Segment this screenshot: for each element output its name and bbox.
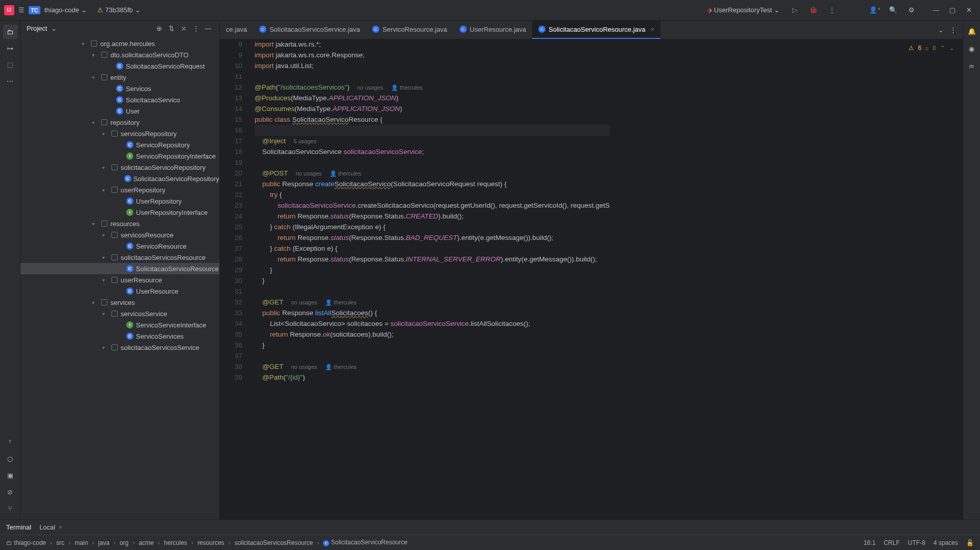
vcs-tool-button[interactable]: ⑂ [3,501,17,515]
ai-assistant-icon[interactable]: ◉ [965,42,978,55]
hide-panel-icon[interactable]: — [203,23,213,33]
notifications-icon[interactable]: 🔔 [965,25,978,38]
problems-tool-button[interactable]: ⊘ [3,485,17,499]
project-panel-title[interactable]: Project [27,25,47,32]
maximize-button[interactable]: ▢ [945,3,960,17]
tree-item[interactable]: ▾solicitacaoServicoRepository [20,162,219,173]
editor-tab[interactable]: ce.java [220,20,253,39]
readonly-lock-icon[interactable]: 🔓 [966,539,974,546]
avatar-badge[interactable]: TC [29,6,40,14]
endpoints-tool-button[interactable]: ᵀ [3,435,17,450]
project-tool-button[interactable]: 🗀 [3,25,17,39]
line-separator[interactable]: CRLF [884,539,900,546]
close-icon[interactable]: × [58,523,62,531]
tree-item[interactable]: ▾userRepository [20,184,219,195]
tree-item[interactable]: ▾services [20,297,219,308]
tree-item[interactable]: CSolicitacaoServicoRequest [20,60,219,72]
tree-item[interactable]: ▾servicosService [20,308,219,319]
more-actions-icon[interactable]: ⋮ [825,3,839,17]
breadcrumb-item[interactable]: 🗀 thiago-code [6,539,46,546]
code-with-me-icon[interactable]: 👤⁺ [868,3,882,17]
settings-icon[interactable]: ⚙ [904,3,919,17]
run-configuration-dropdown[interactable]: ⬗ UserRepositoryTest⌄ [703,4,784,16]
tree-item[interactable]: ▾org.acme.hercules [20,38,219,49]
debug-button[interactable]: 🐞 [806,3,821,17]
editor-tab[interactable]: CSolicitacaoServicoService.java [253,20,366,39]
project-tree[interactable]: ▾org.acme.hercules▾dto.solicitacaoServic… [20,36,219,519]
collapse-all-icon[interactable]: ⤫ [178,23,189,33]
tree-item[interactable]: CSolicitacaoServicoRepository [20,173,219,184]
file-encoding[interactable]: UTF-8 [908,539,925,546]
services-tool-button[interactable]: ⬡ [3,452,17,466]
tree-item[interactable]: ▾servicosRepository [20,128,219,139]
tree-item[interactable]: ▾resources [20,218,219,229]
next-highlight-icon[interactable]: ⌄ [949,43,954,54]
tree-item[interactable]: ▾solicitacaoServicosResource [20,252,219,263]
tree-item[interactable]: ▾userResource [20,274,219,285]
navigation-breadcrumbs[interactable]: 🗀 thiago-codesrcmainjavaorgacmeherculesr… [6,539,407,546]
breadcrumb-item[interactable]: C SolicitacaoServicoResource [323,539,407,546]
breadcrumb-item[interactable]: java [98,539,109,546]
tree-item[interactable]: IServicoServiceInterface [20,319,219,331]
search-icon[interactable]: 🔍 [886,3,900,17]
tree-item[interactable]: CServicoRepository [20,139,219,150]
tree-item[interactable]: CServicoResource [20,240,219,252]
tree-item[interactable]: ▾entity [20,72,219,83]
tree-item[interactable]: IServicoRepositoryInterface [20,150,219,162]
prev-highlight-icon[interactable]: ⌃ [940,43,945,54]
tree-item-label: resources [110,220,140,228]
tab-more-icon[interactable]: ⋮ [948,24,959,36]
structure-tool-button[interactable]: ⬚ [3,57,17,72]
editor-tab[interactable]: CUserResource.java [453,20,533,39]
tree-item[interactable]: CUser [20,105,219,117]
tab-dropdown-icon[interactable]: ⌄ [936,24,946,36]
chevron-down-icon[interactable]: ⌄ [51,25,57,32]
project-panel: Project ⌄ ⊕ ⇅ ⤫ ⋮ — ▾org.acme.hercules▾d… [20,20,220,519]
editor-tab[interactable]: CSolicitacaoServicoResource.java× [532,20,660,39]
more-tool-button[interactable]: ⋯ [3,74,17,88]
editor-tab[interactable]: CServicoResource.java [366,20,453,39]
tree-item[interactable]: CSolicitacaoServicoResource [20,263,219,274]
breadcrumb-item[interactable]: solicitacaoServicosResource [235,539,313,546]
tree-item-label: dto.solicitacaoServicoDTO [110,51,189,59]
tree-item[interactable]: CServicos [20,83,219,94]
inspections-widget[interactable]: ⚠6 ⩍8 ⌃ ⌄ [908,43,954,54]
tree-item[interactable]: ▾servicosResource [20,229,219,240]
project-dropdown[interactable]: thiago-code⌄ [44,6,87,14]
close-button[interactable]: ✕ [962,3,976,17]
tree-item[interactable]: CUserRepository [20,195,219,207]
panel-options-icon[interactable]: ⋮ [191,23,201,33]
breadcrumb-item[interactable]: hercules [164,539,187,546]
java-class-icon: C [460,26,467,33]
main-menu-icon[interactable]: ☰ [18,6,25,14]
code-editor[interactable]: ⚠6 ⩍8 ⌃ ⌄ 891011121314151617181920212223… [220,39,963,519]
minimize-button[interactable]: — [929,3,943,17]
close-icon[interactable]: × [651,26,655,33]
terminal-tab[interactable]: Local× [39,523,62,531]
tree-item[interactable]: ▾dto.solicitacaoServicoDTO [20,49,219,60]
indent-setting[interactable]: 4 spaces [933,539,958,546]
gutter[interactable]: 8910111213141516171819202122232425262728… [220,39,250,519]
tree-item[interactable]: ▾repository [20,117,219,128]
terminal-title[interactable]: Terminal [6,523,31,531]
tab-label: ServicoResource.java [382,26,447,33]
tree-item[interactable]: ▾solicitacaoServicosService [20,342,219,353]
caret-position[interactable]: 16:1 [863,539,875,546]
breadcrumb-item[interactable]: main [75,539,88,546]
expand-all-icon[interactable]: ⇅ [166,23,176,33]
run-button[interactable]: ▷ [788,3,802,17]
breadcrumb-item[interactable]: src [56,539,64,546]
test-icon: ⬗ [707,6,712,14]
vcs-branch-dropdown[interactable]: ⚠ 73b385fb⌄ [97,6,141,14]
breadcrumb-item[interactable]: org [120,539,128,546]
select-opened-file-icon[interactable]: ⊕ [154,23,164,33]
maven-icon[interactable]: m [965,59,978,73]
tree-item[interactable]: IUserRepositoryInterface [20,207,219,218]
breadcrumb-item[interactable]: acme [139,539,153,546]
breadcrumb-item[interactable]: resources [197,539,224,546]
tree-item[interactable]: CSolicitacaoServico [20,94,219,105]
tree-item[interactable]: CServicoServices [20,331,219,342]
terminal-tool-button[interactable]: ▣ [3,468,17,482]
tree-item[interactable]: CUserResource [20,285,219,297]
commit-tool-button[interactable]: ⊶ [3,41,17,55]
